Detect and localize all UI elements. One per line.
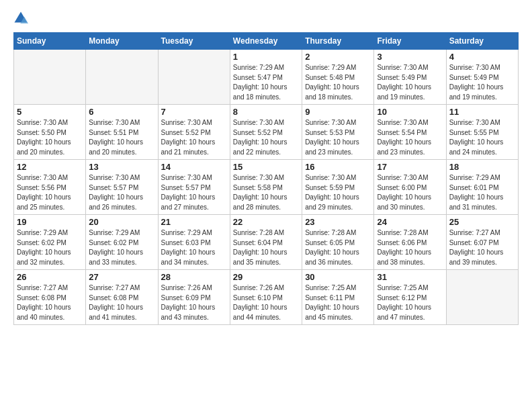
day-number: 5 — [17, 107, 83, 117]
day-info: Sunrise: 7:25 AM Sunset: 6:12 PM Dayligh… — [377, 283, 443, 322]
header — [13, 11, 519, 26]
day-info: Sunrise: 7:30 AM Sunset: 5:55 PM Dayligh… — [449, 118, 515, 157]
calendar-cell: 13Sunrise: 7:30 AM Sunset: 5:57 PM Dayli… — [86, 160, 158, 215]
day-info: Sunrise: 7:30 AM Sunset: 5:58 PM Dayligh… — [233, 173, 299, 212]
day-number: 29 — [233, 272, 299, 282]
day-info: Sunrise: 7:28 AM Sunset: 6:04 PM Dayligh… — [233, 228, 299, 267]
day-number: 22 — [233, 217, 299, 227]
calendar-cell: 15Sunrise: 7:30 AM Sunset: 5:58 PM Dayli… — [230, 160, 302, 215]
calendar-week-row-3: 12Sunrise: 7:30 AM Sunset: 5:56 PM Dayli… — [14, 160, 519, 215]
calendar-cell: 6Sunrise: 7:30 AM Sunset: 5:51 PM Daylig… — [86, 105, 158, 160]
calendar-cell — [86, 50, 158, 105]
day-info: Sunrise: 7:30 AM Sunset: 6:00 PM Dayligh… — [377, 173, 443, 212]
day-number: 15 — [233, 162, 299, 172]
day-info: Sunrise: 7:30 AM Sunset: 5:56 PM Dayligh… — [17, 173, 83, 212]
calendar-cell: 4Sunrise: 7:30 AM Sunset: 5:49 PM Daylig… — [446, 50, 518, 105]
weekday-header-wednesday: Wednesday — [230, 33, 302, 50]
day-info: Sunrise: 7:28 AM Sunset: 6:05 PM Dayligh… — [305, 228, 371, 267]
day-number: 13 — [89, 162, 154, 172]
calendar-cell: 1Sunrise: 7:29 AM Sunset: 5:47 PM Daylig… — [230, 50, 302, 105]
calendar-week-row-2: 5Sunrise: 7:30 AM Sunset: 5:50 PM Daylig… — [14, 105, 519, 160]
day-number: 20 — [89, 217, 154, 227]
day-number: 9 — [305, 107, 371, 117]
day-number: 14 — [161, 162, 227, 172]
calendar-cell: 9Sunrise: 7:30 AM Sunset: 5:53 PM Daylig… — [302, 105, 374, 160]
calendar-cell: 16Sunrise: 7:30 AM Sunset: 5:59 PM Dayli… — [302, 160, 374, 215]
calendar-cell: 22Sunrise: 7:28 AM Sunset: 6:04 PM Dayli… — [230, 215, 302, 270]
day-number: 12 — [17, 162, 83, 172]
calendar-cell — [158, 50, 230, 105]
calendar-cell: 11Sunrise: 7:30 AM Sunset: 5:55 PM Dayli… — [446, 105, 518, 160]
day-number: 10 — [377, 107, 443, 117]
day-info: Sunrise: 7:29 AM Sunset: 6:02 PM Dayligh… — [89, 228, 154, 267]
day-number: 21 — [161, 217, 227, 227]
calendar-cell: 2Sunrise: 7:29 AM Sunset: 5:48 PM Daylig… — [302, 50, 374, 105]
calendar-cell: 31Sunrise: 7:25 AM Sunset: 6:12 PM Dayli… — [374, 270, 446, 325]
day-info: Sunrise: 7:30 AM Sunset: 5:57 PM Dayligh… — [161, 173, 227, 212]
day-info: Sunrise: 7:30 AM Sunset: 5:50 PM Dayligh… — [17, 118, 83, 157]
day-number: 18 — [449, 162, 515, 172]
page: SundayMondayTuesdayWednesdayThursdayFrid… — [0, 0, 532, 332]
day-info: Sunrise: 7:27 AM Sunset: 6:08 PM Dayligh… — [17, 283, 83, 322]
calendar-cell: 30Sunrise: 7:25 AM Sunset: 6:11 PM Dayli… — [302, 270, 374, 325]
weekday-header-saturday: Saturday — [446, 33, 518, 50]
calendar-week-row-5: 26Sunrise: 7:27 AM Sunset: 6:08 PM Dayli… — [14, 270, 519, 325]
calendar-week-row-4: 19Sunrise: 7:29 AM Sunset: 6:02 PM Dayli… — [14, 215, 519, 270]
day-number: 3 — [377, 52, 443, 62]
day-number: 4 — [449, 52, 515, 62]
calendar-cell: 20Sunrise: 7:29 AM Sunset: 6:02 PM Dayli… — [86, 215, 158, 270]
day-info: Sunrise: 7:26 AM Sunset: 6:09 PM Dayligh… — [161, 283, 227, 322]
day-number: 2 — [305, 52, 371, 62]
day-info: Sunrise: 7:30 AM Sunset: 5:49 PM Dayligh… — [449, 63, 515, 102]
day-info: Sunrise: 7:29 AM Sunset: 6:03 PM Dayligh… — [161, 228, 227, 267]
day-info: Sunrise: 7:30 AM Sunset: 5:57 PM Dayligh… — [89, 173, 154, 212]
day-number: 30 — [305, 272, 371, 282]
calendar-cell: 25Sunrise: 7:27 AM Sunset: 6:07 PM Dayli… — [446, 215, 518, 270]
day-number: 1 — [233, 52, 299, 62]
calendar-week-row-1: 1Sunrise: 7:29 AM Sunset: 5:47 PM Daylig… — [14, 50, 519, 105]
weekday-header-friday: Friday — [374, 33, 446, 50]
day-info: Sunrise: 7:30 AM Sunset: 5:49 PM Dayligh… — [377, 63, 443, 102]
calendar-cell — [446, 270, 518, 325]
day-info: Sunrise: 7:30 AM Sunset: 5:59 PM Dayligh… — [305, 173, 371, 212]
weekday-header-monday: Monday — [86, 33, 158, 50]
day-info: Sunrise: 7:27 AM Sunset: 6:07 PM Dayligh… — [449, 228, 515, 267]
calendar-cell: 14Sunrise: 7:30 AM Sunset: 5:57 PM Dayli… — [158, 160, 230, 215]
calendar-cell: 12Sunrise: 7:30 AM Sunset: 5:56 PM Dayli… — [14, 160, 86, 215]
calendar-cell: 23Sunrise: 7:28 AM Sunset: 6:05 PM Dayli… — [302, 215, 374, 270]
day-number: 25 — [449, 217, 515, 227]
weekday-header-tuesday: Tuesday — [158, 33, 230, 50]
calendar-cell: 19Sunrise: 7:29 AM Sunset: 6:02 PM Dayli… — [14, 215, 86, 270]
day-info: Sunrise: 7:28 AM Sunset: 6:06 PM Dayligh… — [377, 228, 443, 267]
calendar-cell — [14, 50, 86, 105]
calendar-cell: 7Sunrise: 7:30 AM Sunset: 5:52 PM Daylig… — [158, 105, 230, 160]
calendar-cell: 5Sunrise: 7:30 AM Sunset: 5:50 PM Daylig… — [14, 105, 86, 160]
day-number: 31 — [377, 272, 443, 282]
day-info: Sunrise: 7:29 AM Sunset: 5:47 PM Dayligh… — [233, 63, 299, 102]
calendar-cell: 29Sunrise: 7:26 AM Sunset: 6:10 PM Dayli… — [230, 270, 302, 325]
day-number: 19 — [17, 217, 83, 227]
day-info: Sunrise: 7:30 AM Sunset: 5:52 PM Dayligh… — [233, 118, 299, 157]
calendar-cell: 17Sunrise: 7:30 AM Sunset: 6:00 PM Dayli… — [374, 160, 446, 215]
calendar-cell: 8Sunrise: 7:30 AM Sunset: 5:52 PM Daylig… — [230, 105, 302, 160]
weekday-header-sunday: Sunday — [14, 33, 86, 50]
calendar-cell: 26Sunrise: 7:27 AM Sunset: 6:08 PM Dayli… — [14, 270, 86, 325]
day-number: 28 — [161, 272, 227, 282]
day-number: 16 — [305, 162, 371, 172]
calendar-cell: 24Sunrise: 7:28 AM Sunset: 6:06 PM Dayli… — [374, 215, 446, 270]
day-number: 8 — [233, 107, 299, 117]
day-info: Sunrise: 7:29 AM Sunset: 6:01 PM Dayligh… — [449, 173, 515, 212]
calendar-cell: 18Sunrise: 7:29 AM Sunset: 6:01 PM Dayli… — [446, 160, 518, 215]
day-number: 24 — [377, 217, 443, 227]
day-number: 26 — [17, 272, 83, 282]
calendar-cell: 27Sunrise: 7:27 AM Sunset: 6:08 PM Dayli… — [86, 270, 158, 325]
day-number: 6 — [89, 107, 154, 117]
day-number: 11 — [449, 107, 515, 117]
calendar-cell: 3Sunrise: 7:30 AM Sunset: 5:49 PM Daylig… — [374, 50, 446, 105]
day-info: Sunrise: 7:30 AM Sunset: 5:51 PM Dayligh… — [89, 118, 154, 157]
day-number: 23 — [305, 217, 371, 227]
day-info: Sunrise: 7:30 AM Sunset: 5:53 PM Dayligh… — [305, 118, 371, 157]
calendar-cell: 10Sunrise: 7:30 AM Sunset: 5:54 PM Dayli… — [374, 105, 446, 160]
weekday-header-thursday: Thursday — [302, 33, 374, 50]
day-number: 17 — [377, 162, 443, 172]
